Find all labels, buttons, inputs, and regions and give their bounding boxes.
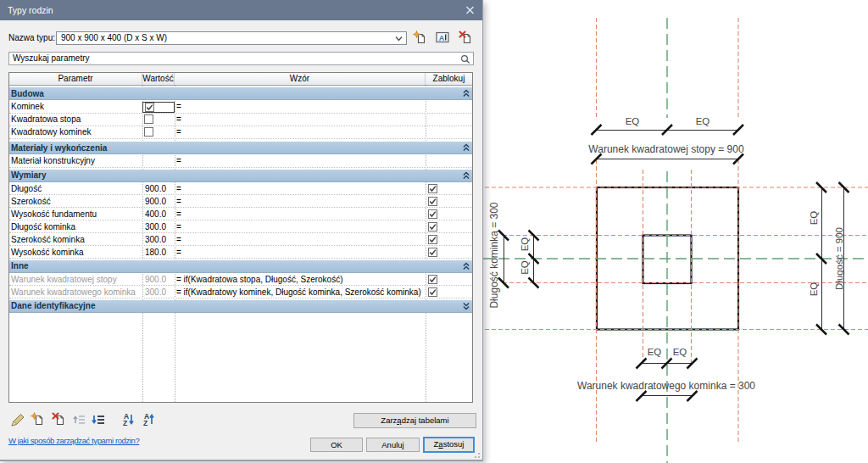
svg-text:EQ: EQ <box>648 347 662 357</box>
svg-text:Warunek kwadratowej stopy = 90: Warunek kwadratowej stopy = 900 <box>588 143 744 155</box>
svg-text:EQ: EQ <box>673 347 687 357</box>
svg-text:EQ: EQ <box>626 116 640 126</box>
svg-text:A: A <box>439 34 445 42</box>
svg-text:EQ: EQ <box>809 282 819 297</box>
svg-text:Długość = 900: Długość = 900 <box>834 227 844 290</box>
svg-text:Z: Z <box>123 419 127 427</box>
svg-text:Długość kominka = 300: Długość kominka = 300 <box>488 202 500 308</box>
svg-text:EQ: EQ <box>696 116 710 126</box>
svg-text:Warunek kwadratowego kominka =: Warunek kwadratowego kominka = 300 <box>577 380 755 392</box>
svg-text:EQ: EQ <box>520 260 530 275</box>
svg-text:Z: Z <box>143 419 147 427</box>
svg-text:EQ: EQ <box>520 237 530 252</box>
svg-text:EQ: EQ <box>809 211 819 226</box>
